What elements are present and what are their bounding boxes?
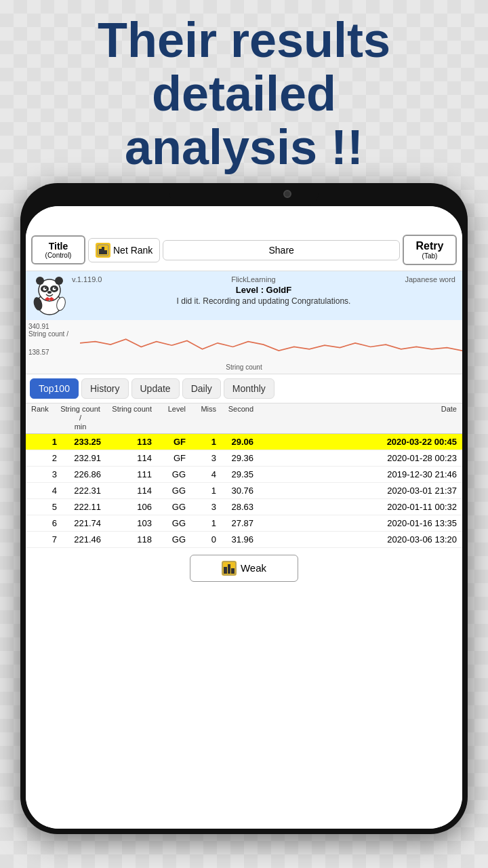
cell-miss: 0 <box>187 534 218 545</box>
cell-second: 30.76 <box>218 486 255 496</box>
chart-y-bottom: 138.57 <box>28 349 68 356</box>
cell-rank: 2 <box>30 453 58 463</box>
cell-date: 2019-12-30 21:46 <box>255 469 458 479</box>
cell-level: GF <box>153 453 187 463</box>
level-text: Level : GoldF <box>72 285 455 295</box>
cell-rank: 1 <box>30 437 58 447</box>
cell-miss: 1 <box>187 518 218 528</box>
chart-svg <box>80 320 462 366</box>
tab-daily[interactable]: Daily <box>182 378 221 399</box>
toolbar: Title (Control) Net Rank Share Retry (Ta… <box>26 229 462 271</box>
chart-area: 340.91 String count / 138.57 String coun… <box>26 320 462 374</box>
cell-level: GG <box>153 502 187 512</box>
chart-y-label: String count / <box>28 330 68 338</box>
cell-sc: 103 <box>102 518 153 528</box>
cell-rank: 6 <box>30 518 58 528</box>
cell-level: GG <box>153 486 187 496</box>
table-row: 2 232.91 114 GF 3 29.36 2020-01-28 00:23 <box>26 450 462 467</box>
table-row: 1 233.25 113 GF 1 29.06 2020-03-22 00:45 <box>26 434 462 450</box>
cell-miss: 1 <box>187 437 218 447</box>
svg-rect-1 <box>99 249 102 254</box>
svg-point-11 <box>54 288 56 289</box>
retry-button[interactable]: Retry (Tab) <box>403 235 457 265</box>
col-level-header: Level <box>153 405 187 432</box>
cell-rank: 7 <box>30 534 58 545</box>
cell-miss: 1 <box>187 486 218 496</box>
cell-date: 2020-01-28 00:23 <box>255 453 458 463</box>
table-row: 6 221.74 103 GG 1 27.87 2020-01-16 13:35 <box>26 515 462 532</box>
weak-button[interactable]: Weak <box>190 555 298 582</box>
phone-notch <box>169 183 319 206</box>
camera-icon <box>283 190 291 198</box>
share-label: Share <box>269 245 294 256</box>
table-row: 5 222.11 106 GG 3 28.63 2020-01-11 00:32 <box>26 499 462 515</box>
chart-y-top: 340.91 <box>28 323 68 330</box>
cell-scm: 226.86 <box>58 469 102 479</box>
cell-level: GF <box>153 437 187 447</box>
cell-date: 2020-01-16 13:35 <box>255 518 458 528</box>
cell-second: 29.06 <box>218 437 255 447</box>
tab-monthly[interactable]: Monthly <box>224 378 274 399</box>
cell-second: 29.35 <box>218 469 255 479</box>
col-date-header: Date <box>255 405 458 432</box>
tab-history[interactable]: History <box>81 378 129 399</box>
cell-level: GG <box>153 518 187 528</box>
tab-top100[interactable]: Top100 <box>30 378 79 399</box>
cell-scm: 221.74 <box>58 518 102 528</box>
header-section: Their results detailed analysis !! <box>0 14 488 175</box>
cell-level: GG <box>153 469 187 479</box>
svg-rect-3 <box>104 250 107 254</box>
chart-x-label: String count <box>226 363 262 371</box>
col-scm-header: String count /min <box>58 405 102 432</box>
cell-level: GG <box>153 534 187 545</box>
retry-label: Retry <box>416 240 444 252</box>
cell-date: 2020-03-01 21:37 <box>255 486 458 496</box>
svg-point-14 <box>55 277 63 285</box>
phone-screen: Title (Control) Net Rank Share Retry (Ta… <box>26 206 462 829</box>
cell-rank: 5 <box>30 502 58 512</box>
info-bar: v.1.119.0 FlickLearning Japanese word Le… <box>26 271 462 320</box>
weak-label: Weak <box>241 562 266 574</box>
table-row: 4 222.31 114 GG 1 30.76 2020-03-01 21:37 <box>26 483 462 499</box>
tab-update[interactable]: Update <box>131 378 180 399</box>
cell-date: 2020-01-11 00:32 <box>255 502 458 512</box>
cell-sc: 113 <box>102 437 153 447</box>
title-button[interactable]: Title (Control) <box>31 235 85 264</box>
table-header: Rank String count /min String count Leve… <box>26 403 462 434</box>
table-row: 7 221.46 118 GG 0 31.96 2020-03-06 13:20 <box>26 532 462 548</box>
cell-date: 2020-03-22 00:45 <box>255 437 458 447</box>
col-sc-header: String count <box>102 405 153 432</box>
cell-sc: 114 <box>102 486 153 496</box>
svg-point-10 <box>45 288 46 289</box>
cell-scm: 221.46 <box>58 534 102 545</box>
table-body: 1 233.25 113 GF 1 29.06 2020-03-22 00:45… <box>26 434 462 548</box>
retry-sub: (Tab) <box>411 252 449 260</box>
cell-scm: 233.25 <box>58 437 102 447</box>
svg-rect-19 <box>228 564 230 574</box>
cell-date: 2020-03-06 13:20 <box>255 534 458 545</box>
weak-icon <box>222 561 237 576</box>
share-button[interactable]: Share <box>163 240 400 260</box>
cell-miss: 4 <box>187 469 218 479</box>
col-rank-header: Rank <box>30 405 58 432</box>
svg-rect-2 <box>102 247 104 254</box>
screen-content: Title (Control) Net Rank Share Retry (Ta… <box>26 206 462 829</box>
subject-text: Japanese word <box>405 275 455 283</box>
phone-frame: Title (Control) Net Rank Share Retry (Ta… <box>20 183 468 834</box>
cell-scm: 232.91 <box>58 453 102 463</box>
col-miss-header: Miss <box>187 405 218 432</box>
svg-rect-18 <box>224 567 227 574</box>
congrats-text: I did it. Recording and updating Congrat… <box>72 296 455 306</box>
cell-scm: 222.11 <box>58 502 102 512</box>
col-second-header: Second <box>218 405 255 432</box>
cell-sc: 114 <box>102 453 153 463</box>
title-label: Title <box>49 241 68 252</box>
netrank-button[interactable]: Net Rank <box>88 238 160 262</box>
cell-sc: 118 <box>102 534 153 545</box>
info-center-block: v.1.119.0 FlickLearning Japanese word Le… <box>72 275 455 316</box>
title-sub: (Control) <box>39 252 77 259</box>
tabs-bar: Top100 History Update Daily Monthly <box>26 374 462 403</box>
netrank-icon <box>96 243 110 258</box>
table-row: 3 226.86 111 GG 4 29.35 2019-12-30 21:46 <box>26 467 462 483</box>
cell-sc: 111 <box>102 469 153 479</box>
